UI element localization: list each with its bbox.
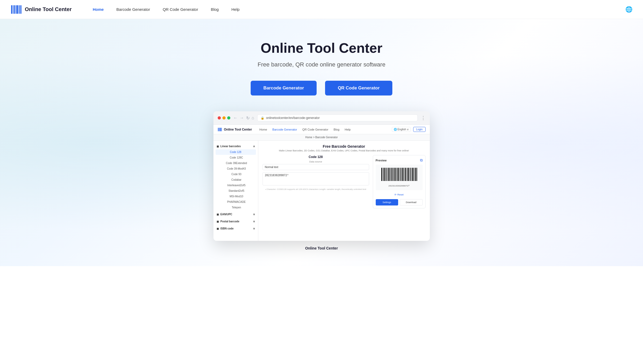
svg-rect-33 (400, 168, 401, 181)
nav-home[interactable]: Home (93, 7, 104, 12)
sidebar-item-code39ext[interactable]: Code 39Extended (213, 160, 258, 166)
browser-bar: ← → ↻ ⌂ 🔒 onlinetoolcenter/en/barcode-ge… (213, 111, 430, 125)
isbn-icon: ▦ (217, 227, 219, 230)
svg-rect-7 (21, 5, 22, 14)
sidebar-linear-header[interactable]: ▦ Linear barcodes ∧ (213, 143, 258, 149)
back-icon[interactable]: ← (234, 116, 238, 120)
browser-mockup: ← → ↻ ⌂ 🔒 onlinetoolcenter/en/barcode-ge… (213, 111, 430, 241)
app-nav-barcode[interactable]: Barcode Generator (272, 128, 297, 131)
home-icon[interactable]: ⌂ (252, 116, 254, 120)
barcode-input[interactable]: 20231030289872³ (263, 172, 369, 185)
svg-rect-30 (397, 168, 397, 181)
sidebar-ean-header[interactable]: ▦ EAN/UPC ∨ (213, 211, 258, 217)
sidebar-item-code128c[interactable]: Code 128C (213, 155, 258, 160)
login-button[interactable]: Login (413, 127, 425, 132)
nav-barcode[interactable]: Barcode Generator (116, 7, 150, 12)
nav-help[interactable]: Help (231, 7, 240, 12)
browser-menu-icon[interactable]: ⋮ (421, 115, 426, 121)
header-right: 🌐 (625, 6, 632, 13)
main-title: Free Barcode Generator (263, 144, 426, 149)
sidebar-section-isbn: ▦ ISBN code ∨ (213, 226, 258, 232)
sidebar-item-interleaved[interactable]: Interleaved2of5 (213, 183, 258, 188)
preview-header: Preview ⧉ (376, 158, 423, 162)
data-source-select[interactable]: Normal text (263, 164, 369, 170)
app-main: Free Barcode Generator Make Linear Barco… (258, 141, 430, 241)
svg-rect-39 (406, 168, 407, 181)
sidebar-item-telepen[interactable]: Telepen (213, 205, 258, 210)
svg-rect-25 (392, 168, 392, 181)
sidebar-item-pharmacade[interactable]: PHARMACADE (213, 199, 258, 205)
encoder-section: Code 128 Data source Normal text 2023103… (263, 155, 426, 208)
settings-button[interactable]: Settings (376, 199, 398, 205)
sidebar-item-standard2of5[interactable]: Standard2of5 (213, 188, 258, 194)
svg-rect-20 (387, 168, 387, 181)
copy-icon[interactable]: ⧉ (420, 158, 423, 162)
lock-icon: 🔒 (261, 116, 264, 120)
app-nav-qr[interactable]: QR Code Generator (302, 128, 328, 131)
preview-title: Preview (376, 159, 387, 162)
sidebar-item-code93[interactable]: Code 93 (213, 171, 258, 177)
sidebar-item-msimod10[interactable]: MSI-Mod10 (213, 194, 258, 199)
sidebar-item-code39mod43[interactable]: Code 39-Mod43 (213, 166, 258, 171)
svg-rect-19 (386, 168, 386, 181)
preview-panel: Preview ⧉ (373, 155, 426, 208)
qr-code-generator-button[interactable]: QR Code Generator (325, 81, 392, 95)
hero-subtitle: Free barcode, QR code online generator s… (5, 61, 638, 68)
nav-blog[interactable]: Blog (211, 7, 219, 12)
forward-icon[interactable]: → (240, 116, 244, 120)
svg-rect-44 (411, 168, 412, 181)
sidebar-item-codabar[interactable]: Codabar (213, 177, 258, 183)
svg-rect-27 (394, 168, 394, 181)
nav-qr[interactable]: QR Code Generator (163, 7, 198, 12)
hero-section: Online Tool Center Free barcode, QR code… (0, 19, 643, 266)
breadcrumb-separator: > (313, 136, 315, 139)
svg-rect-15 (381, 168, 382, 181)
data-source-label: Data source (263, 160, 369, 163)
address-bar[interactable]: 🔒 onlinetoolcenter/en/barcode-generator (257, 114, 417, 121)
sidebar-isbn-collapse: ∨ (253, 227, 255, 230)
sidebar-isbn-label: ▦ ISBN code (217, 227, 234, 230)
svg-rect-48 (415, 168, 416, 181)
sidebar-ean-collapse: ∨ (253, 213, 255, 216)
sidebar-ean-label: ▦ EAN/UPC (217, 213, 232, 216)
language-selector[interactable]: 🌐 English ∨ (392, 127, 411, 132)
app-nav-home[interactable]: Home (259, 128, 267, 131)
dot-green[interactable] (227, 116, 230, 119)
hero-title: Online Tool Center (5, 40, 638, 56)
app-content: ▦ Linear barcodes ∧ Code 128 Code 128C C… (213, 141, 430, 241)
ean-icon: ▦ (217, 213, 219, 216)
reset-button[interactable]: ⟳ Reset (376, 192, 423, 197)
sidebar-isbn-header[interactable]: ▦ ISBN code ∨ (213, 226, 258, 232)
footer-brand-text: Online Tool Center (305, 246, 338, 250)
app-nav-right: 🌐 English ∨ Login (392, 127, 426, 132)
download-button[interactable]: Download (400, 199, 423, 205)
globe-icon[interactable]: 🌐 (625, 6, 632, 13)
breadcrumb-current: Barcode Generator (315, 136, 338, 139)
svg-rect-18 (384, 168, 385, 181)
svg-rect-13 (221, 128, 221, 131)
app-nav-help[interactable]: Help (345, 128, 351, 131)
dot-yellow[interactable] (222, 116, 226, 119)
preview-actions: Settings Download (376, 199, 423, 205)
encoding-sidebar: ▦ Linear barcodes ∧ Code 128 Code 128C C… (213, 141, 258, 241)
sidebar-item-code128[interactable]: Code 128 (216, 149, 256, 155)
breadcrumb-home[interactable]: Home (305, 136, 312, 139)
app-nav-blog[interactable]: Blog (334, 128, 339, 131)
sidebar-section-postal: ▦ Postal barcode ∨ (213, 218, 258, 224)
preview-container: Preview ⧉ (373, 155, 426, 208)
dot-red[interactable] (218, 116, 221, 119)
svg-rect-29 (396, 168, 396, 181)
svg-rect-36 (403, 168, 404, 181)
header: Online Tool Center Home Barcode Generato… (0, 0, 643, 19)
svg-rect-21 (388, 168, 388, 181)
char-note: • Character: CODE128 supports all 128 AS… (263, 188, 369, 190)
logo[interactable]: Online Tool Center (11, 4, 72, 15)
svg-rect-45 (412, 168, 413, 181)
sidebar-postal-collapse: ∨ (253, 220, 255, 223)
svg-rect-3 (15, 5, 16, 14)
svg-rect-34 (401, 168, 401, 181)
sidebar-postal-header[interactable]: ▦ Postal barcode ∨ (213, 218, 258, 224)
svg-rect-17 (383, 168, 384, 181)
refresh-icon[interactable]: ↻ (246, 116, 250, 121)
barcode-generator-button[interactable]: Barcode Generator (251, 81, 317, 95)
